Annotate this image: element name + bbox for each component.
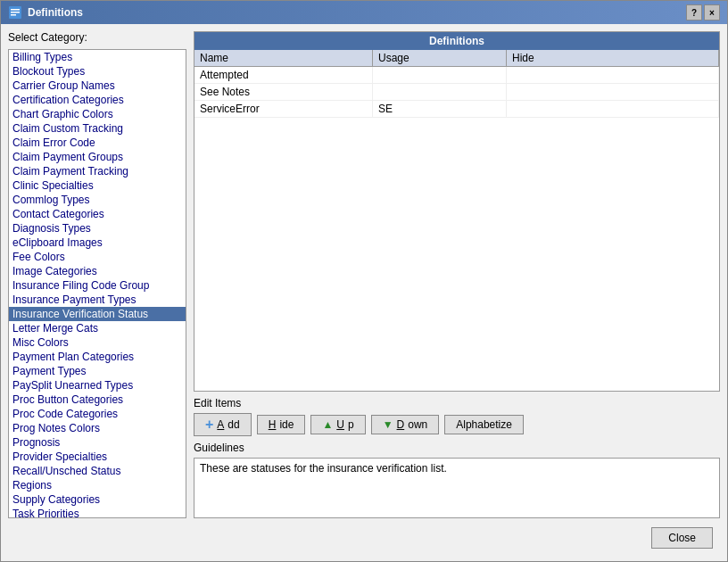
window-icon: [8, 5, 22, 20]
add-label-rest: dd: [228, 418, 239, 431]
list-item[interactable]: Misc Colors: [9, 335, 186, 350]
list-item[interactable]: Claim Custom Tracking: [9, 121, 186, 136]
window-title: Definitions: [28, 6, 83, 19]
list-item[interactable]: Claim Payment Groups: [9, 150, 186, 164]
hide-label-rest: ide: [279, 418, 294, 431]
table-row[interactable]: Attempted: [194, 67, 719, 84]
select-category-label: Select Category:: [8, 31, 186, 44]
list-item[interactable]: Task Priorities: [9, 507, 186, 518]
add-button[interactable]: Add: [194, 413, 252, 436]
list-item[interactable]: Insurance Payment Types: [9, 293, 186, 307]
list-item[interactable]: Carrier Group Names: [9, 79, 186, 93]
title-bar: Definitions ? ×: [1, 1, 727, 24]
up-label-rest: p: [348, 418, 354, 431]
table-columns-row: Name Usage Hide: [194, 50, 719, 67]
edit-items-label: Edit Items: [194, 397, 720, 409]
table-row[interactable]: ServiceErrorSE: [194, 101, 719, 118]
right-panel: Definitions Name Usage Hide AttemptedSee…: [194, 31, 720, 518]
table-body[interactable]: AttemptedSee NotesServiceErrorSE: [194, 67, 719, 391]
category-list[interactable]: Billing TypesBlockout TypesCarrier Group…: [8, 49, 186, 518]
list-item[interactable]: Billing Types: [9, 50, 186, 64]
plus-icon: [205, 417, 213, 433]
title-bar-left: Definitions: [8, 5, 83, 20]
alphabetize-button[interactable]: Alphabetize: [444, 415, 524, 434]
list-item[interactable]: Proc Button Categories: [9, 393, 186, 407]
up-label: U: [336, 418, 344, 431]
list-item[interactable]: eClipboard Images: [9, 236, 186, 250]
list-item[interactable]: Provider Specialties: [9, 450, 186, 464]
main-area: Select Category: Billing TypesBlockout T…: [8, 31, 720, 518]
list-item[interactable]: Payment Types: [9, 364, 186, 378]
guidelines-label: Guidelines: [194, 442, 720, 454]
list-item[interactable]: Blockout Types: [9, 64, 186, 79]
edit-buttons: Add Hide Up Down: [194, 413, 720, 436]
list-item[interactable]: Letter Merge Cats: [9, 321, 186, 335]
list-item[interactable]: Regions: [9, 478, 186, 492]
svg-rect-3: [11, 14, 16, 16]
close-button[interactable]: ×: [704, 4, 720, 21]
definitions-window: Definitions ? × Select Category: Billing…: [0, 0, 728, 562]
col-header-name: Name: [194, 50, 373, 66]
alphabetize-label: Alphabetize: [456, 418, 512, 431]
list-item[interactable]: Diagnosis Types: [9, 221, 186, 236]
svg-rect-1: [11, 9, 20, 11]
guidelines-section: Guidelines These are statuses for the in…: [194, 442, 720, 518]
list-item[interactable]: Claim Payment Tracking: [9, 164, 186, 178]
list-item[interactable]: PaySplit Unearned Types: [9, 378, 186, 393]
list-item[interactable]: Clinic Specialties: [9, 178, 186, 193]
cell-name: Attempted: [194, 67, 373, 83]
list-item[interactable]: Prognosis: [9, 435, 186, 450]
guidelines-text: These are statuses for the insurance ver…: [200, 462, 447, 475]
definitions-header: Definitions: [194, 32, 719, 50]
cell-hide: [507, 67, 719, 83]
down-label-rest: own: [408, 418, 427, 431]
col-header-usage: Usage: [373, 50, 507, 66]
hide-button[interactable]: Hide: [257, 415, 306, 434]
window-content: Select Category: Billing TypesBlockout T…: [1, 24, 727, 561]
down-button[interactable]: Down: [371, 415, 440, 434]
cell-usage: [373, 84, 507, 100]
list-item[interactable]: Fee Colors: [9, 250, 186, 264]
title-bar-controls: ? ×: [686, 4, 720, 21]
list-item[interactable]: Recall/Unsched Status: [9, 464, 186, 478]
list-item[interactable]: Proc Code Categories: [9, 407, 186, 421]
list-item[interactable]: Image Categories: [9, 264, 186, 278]
list-item[interactable]: Chart Graphic Colors: [9, 107, 186, 121]
guidelines-box: These are statuses for the insurance ver…: [194, 458, 720, 518]
list-item[interactable]: Claim Error Code: [9, 136, 186, 150]
svg-rect-2: [11, 12, 20, 13]
edit-items-section: Edit Items Add Hide Up: [194, 397, 720, 436]
list-item[interactable]: Certification Categories: [9, 93, 186, 107]
list-item[interactable]: Prog Notes Colors: [9, 421, 186, 435]
up-icon: [322, 418, 333, 431]
list-item[interactable]: Payment Plan Categories: [9, 350, 186, 364]
cell-hide: [507, 101, 719, 117]
list-item[interactable]: Commlog Types: [9, 193, 186, 207]
cell-usage: SE: [373, 101, 507, 117]
up-button[interactable]: Up: [310, 415, 365, 434]
list-item[interactable]: Supply Categories: [9, 492, 186, 507]
definitions-table: Definitions Name Usage Hide AttemptedSee…: [194, 31, 720, 392]
add-label: A: [217, 418, 224, 431]
cell-name: See Notes: [194, 84, 373, 100]
hide-label: H: [269, 418, 277, 431]
cell-usage: [373, 67, 507, 83]
help-button[interactable]: ?: [686, 4, 702, 21]
list-item[interactable]: Insurance Filing Code Group: [9, 278, 186, 293]
close-dialog-button[interactable]: Close: [651, 527, 713, 549]
cell-hide: [507, 84, 719, 100]
list-item[interactable]: Insurance Verification Status: [9, 307, 186, 321]
down-label: D: [397, 418, 405, 431]
col-header-hide: Hide: [507, 50, 719, 66]
table-row[interactable]: See Notes: [194, 84, 719, 101]
down-icon: [383, 418, 393, 431]
cell-name: ServiceError: [194, 101, 373, 117]
list-item[interactable]: Contact Categories: [9, 207, 186, 221]
left-panel: Select Category: Billing TypesBlockout T…: [8, 31, 186, 518]
bottom-bar: Close: [8, 524, 720, 554]
